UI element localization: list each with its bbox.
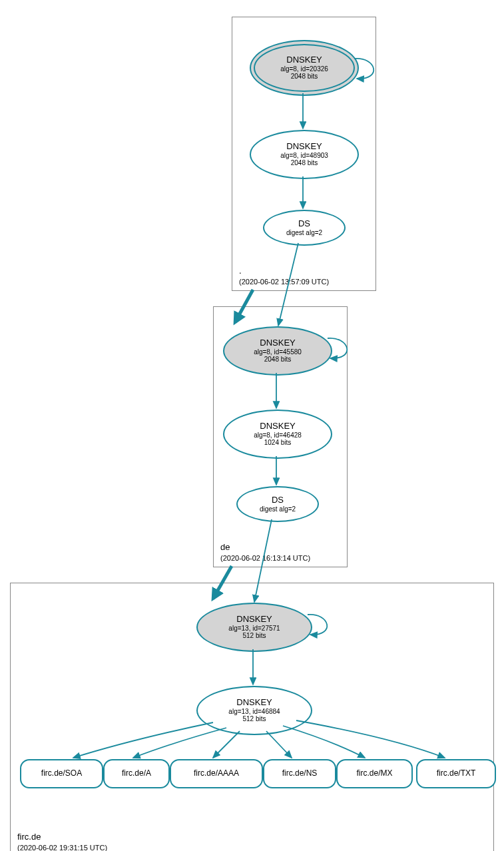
rrset-txt: firc.de/TXT bbox=[416, 759, 496, 788]
tld-zsk-line2: alg=8, id=46428 bbox=[254, 431, 302, 439]
rrset-a: firc.de/A bbox=[103, 759, 170, 788]
tld-ksk-title: DNSKEY bbox=[260, 338, 295, 348]
rrset-mx-label: firc.de/MX bbox=[356, 769, 392, 778]
tld-ds-title: DS bbox=[272, 495, 284, 505]
root-ksk-line2: alg=8, id=20326 bbox=[280, 65, 328, 73]
root-zsk-title: DNSKEY bbox=[286, 142, 322, 152]
root-ds-line2: digest alg=2 bbox=[286, 229, 322, 237]
rrset-ns-label: firc.de/NS bbox=[282, 769, 318, 778]
zone-leaf-ts: (2020-06-02 19:31:15 UTC) bbox=[17, 843, 107, 851]
rrset-ns: firc.de/NS bbox=[263, 759, 336, 788]
tld-ds: DS digest alg=2 bbox=[236, 486, 319, 522]
root-ksk-dnskey: DNSKEY alg=8, id=20326 2048 bits bbox=[250, 40, 359, 96]
root-ksk-line3: 2048 bits bbox=[291, 73, 318, 81]
leaf-zsk-line2: alg=13, id=46884 bbox=[228, 708, 280, 716]
zone-root-name: . bbox=[239, 266, 329, 277]
zone-tld-label: de (2020-06-02 16:13:14 UTC) bbox=[220, 542, 310, 563]
zone-tld-name: de bbox=[220, 542, 310, 553]
leaf-ksk-title: DNSKEY bbox=[236, 615, 272, 625]
leaf-ksk-dnskey: DNSKEY alg=13, id=27571 512 bits bbox=[196, 603, 312, 652]
zone-leaf-name: firc.de bbox=[17, 832, 107, 843]
rrset-soa: firc.de/SOA bbox=[20, 759, 103, 788]
root-zsk-dnskey: DNSKEY alg=8, id=48903 2048 bits bbox=[250, 130, 359, 179]
zone-tld-ts: (2020-06-02 16:13:14 UTC) bbox=[220, 553, 310, 563]
rrset-aaaa: firc.de/AAAA bbox=[170, 759, 263, 788]
root-ksk-title: DNSKEY bbox=[286, 55, 322, 65]
rrset-soa-label: firc.de/SOA bbox=[41, 769, 82, 778]
rrset-txt-label: firc.de/TXT bbox=[437, 769, 476, 778]
root-ds: DS digest alg=2 bbox=[263, 210, 346, 246]
leaf-zsk-title: DNSKEY bbox=[236, 698, 272, 708]
zone-root-label: . (2020-06-02 13:57:09 UTC) bbox=[239, 266, 329, 286]
rrset-aaaa-label: firc.de/AAAA bbox=[194, 769, 239, 778]
root-zsk-line3: 2048 bits bbox=[291, 159, 318, 167]
zone-leaf-label: firc.de (2020-06-02 19:31:15 UTC) bbox=[17, 832, 107, 851]
tld-zsk-title: DNSKEY bbox=[260, 422, 295, 431]
rrset-a-label: firc.de/A bbox=[122, 769, 151, 778]
leaf-ksk-line3: 512 bits bbox=[242, 632, 266, 640]
leaf-ksk-line2: alg=13, id=27571 bbox=[228, 625, 280, 633]
tld-ksk-dnskey: DNSKEY alg=8, id=45580 2048 bits bbox=[223, 326, 332, 376]
tld-zsk-dnskey: DNSKEY alg=8, id=46428 1024 bits bbox=[223, 410, 332, 459]
tld-ds-line2: digest alg=2 bbox=[260, 505, 296, 513]
zone-root-ts: (2020-06-02 13:57:09 UTC) bbox=[239, 277, 329, 286]
rrset-mx: firc.de/MX bbox=[336, 759, 413, 788]
leaf-zsk-dnskey: DNSKEY alg=13, id=46884 512 bits bbox=[196, 686, 312, 735]
root-zsk-line2: alg=8, id=48903 bbox=[280, 152, 328, 160]
tld-ksk-line2: alg=8, id=45580 bbox=[254, 348, 302, 356]
tld-ksk-line3: 2048 bits bbox=[264, 356, 292, 364]
tld-zsk-line3: 1024 bits bbox=[264, 439, 292, 447]
leaf-zsk-line3: 512 bits bbox=[242, 715, 266, 723]
root-ds-title: DS bbox=[298, 219, 310, 229]
